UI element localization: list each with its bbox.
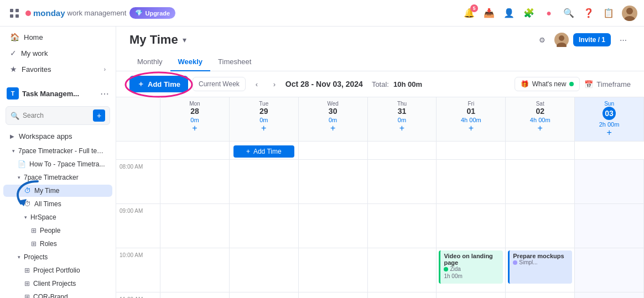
sun-9am xyxy=(575,204,643,248)
logo-text: monday xyxy=(33,8,65,18)
tree-item-roles[interactable]: ⊞ Roles xyxy=(3,238,112,250)
wed-10am xyxy=(299,248,367,292)
template-icon[interactable]: 📋 xyxy=(602,7,615,20)
cal-header-thu: Thu 31 0m + xyxy=(368,97,437,141)
tree-item-how-to[interactable]: 📄 How To - 7pace Timetra... xyxy=(3,158,112,170)
add-time-label: Add Time xyxy=(148,80,180,88)
fri-10am: Video on landing page Zida 1h 00m xyxy=(437,248,505,292)
inbox-icon[interactable]: 📥 xyxy=(482,7,496,20)
time-10am-label: 10:00 AM xyxy=(120,252,143,258)
page-title-dropdown-icon[interactable]: ▾ xyxy=(183,35,186,44)
sidebar-add-button[interactable]: + xyxy=(93,109,105,122)
svg-rect-3 xyxy=(15,14,19,18)
mon-add-btn[interactable]: + xyxy=(165,123,225,133)
event-video-landing[interactable]: Video on landing page Zida 1h 00m xyxy=(439,250,503,284)
search-icon[interactable]: 🔍 xyxy=(562,7,575,20)
sun-num: 03 xyxy=(603,107,616,120)
invite-button[interactable]: Invite / 1 xyxy=(573,33,611,46)
invite-icon[interactable]: 👤 xyxy=(502,7,516,20)
header-avatar[interactable] xyxy=(554,33,569,47)
wed-add-btn[interactable]: + xyxy=(303,123,363,133)
tree-item-my-time[interactable]: ⏱ My Time xyxy=(3,185,112,197)
bell-icon[interactable]: 🔔 5 xyxy=(463,7,476,20)
integrations-icon[interactable]: ● xyxy=(542,7,555,20)
prev-week-button[interactable]: ‹ xyxy=(250,77,263,91)
wed-label: Wed xyxy=(303,101,363,107)
sidebar: 🏠 Home ✓ My work ★ Favorites › T Task Ma… xyxy=(0,27,116,298)
tree-label-hrspace: HrSpace xyxy=(30,213,56,221)
tree-item-project-portfolio[interactable]: ⊞ Project Portfolio xyxy=(3,264,112,276)
thu-time: 0m xyxy=(372,117,432,123)
app-container: monday work management 💎 Upgrade 🔔 5 📥 👤… xyxy=(0,0,644,298)
mon-label: Mon xyxy=(165,101,225,107)
content-area: My Time ▾ ⚙ Invite / 1 ⋯ Monthly Weekly … xyxy=(116,27,644,298)
svg-rect-1 xyxy=(15,9,19,12)
tree-item-cor-brand[interactable]: ⊞ COR-Brand xyxy=(3,291,112,298)
total-label: Total: xyxy=(372,80,389,88)
apps-grid-icon[interactable] xyxy=(7,6,22,21)
tree-item-projects[interactable]: ▾ Projects xyxy=(3,251,112,263)
tree-item-7pace-full[interactable]: ▾ 7pace Timetracker - Full templ... xyxy=(3,145,112,157)
thu-add-btn[interactable]: + xyxy=(372,123,432,133)
more-options-icon[interactable]: ⋯ xyxy=(615,32,631,48)
sat-8am xyxy=(506,160,574,204)
whats-new-button[interactable]: 🎁 What's new xyxy=(515,77,580,91)
tab-timesheet[interactable]: Timesheet xyxy=(210,53,259,71)
tue-num: 29 xyxy=(234,107,294,116)
sidebar-search-icon: 🔍 xyxy=(11,112,19,120)
mon-time: 0m xyxy=(165,117,225,123)
tree-item-hrspace[interactable]: ▾ HrSpace xyxy=(3,211,112,223)
workspace-more-icon[interactable]: ⋯ xyxy=(100,88,109,99)
settings-icon[interactable]: ⚙ xyxy=(534,32,550,48)
thu-11am xyxy=(368,292,437,298)
timeframe-label: Timeframe xyxy=(596,80,631,88)
notification-badge: 5 xyxy=(470,4,478,12)
home-icon: 🏠 xyxy=(10,33,19,41)
help-icon[interactable]: ❓ xyxy=(582,7,595,20)
thu-num: 31 xyxy=(372,107,432,116)
fri-add-btn[interactable]: + xyxy=(441,123,501,133)
collapse-icon-2: ▾ xyxy=(18,175,20,180)
search-input[interactable] xyxy=(23,112,90,119)
next-week-button[interactable]: › xyxy=(268,77,281,91)
wed-num: 30 xyxy=(303,107,363,116)
tree-label-how-to: How To - 7pace Timetra... xyxy=(29,160,105,168)
sat-add-btn[interactable]: + xyxy=(510,123,570,133)
workspace-row[interactable]: T Task Managem... ⋯ xyxy=(0,84,116,103)
sidebar-item-my-work[interactable]: ✓ My work xyxy=(3,45,112,61)
upgrade-button[interactable]: 💎 Upgrade xyxy=(129,7,175,19)
sidebar-item-favorites[interactable]: ★ Favorites › xyxy=(3,61,112,77)
time-slot-11am: 11:00 AM xyxy=(116,292,160,298)
sun-add-btn[interactable]: + xyxy=(579,128,639,138)
tree-label-project-portfolio: Project Portfolio xyxy=(33,266,80,274)
tree-item-7pace-tracker[interactable]: ▾ 7pace Timetracker xyxy=(3,171,112,184)
calendar-body: 08:00 AM 09:00 AM 10:00 AM 11:00 AM 12:0 xyxy=(116,160,644,298)
add-time-inline-button[interactable]: + Add Time xyxy=(233,145,294,158)
sun-10am xyxy=(575,248,643,292)
workspace-label: Task Managem... xyxy=(22,90,97,98)
board-icon-4: ⊞ xyxy=(24,280,30,287)
sidebar-search[interactable]: 🔍 + xyxy=(6,106,110,125)
sidebar-item-home[interactable]: 🏠 Home xyxy=(3,29,112,45)
mon-add-row xyxy=(160,142,230,159)
day-col-tue xyxy=(230,160,299,298)
tue-add-btn[interactable]: + xyxy=(234,123,294,133)
timeframe-button[interactable]: 📅 Timeframe xyxy=(584,80,631,88)
wed-add-row xyxy=(299,142,368,159)
tree-item-people[interactable]: ⊞ People xyxy=(3,224,112,237)
current-week-button[interactable]: Current Week xyxy=(193,77,246,91)
thu-8am xyxy=(368,160,437,204)
tab-monthly[interactable]: Monthly xyxy=(129,53,170,71)
whats-new-label: What's new xyxy=(532,80,567,88)
user-avatar[interactable] xyxy=(622,6,637,21)
sidebar-item-workspace-apps[interactable]: ▶ Workspace apps xyxy=(3,129,112,144)
apps-icon[interactable]: 🧩 xyxy=(522,7,536,20)
tree-label-roles: Roles xyxy=(40,240,57,248)
event-prepare-mockups-sat[interactable]: Prepare mockups Simpl... xyxy=(508,250,572,284)
svg-rect-0 xyxy=(10,9,13,12)
tree-item-all-times[interactable]: ⏱ All Times xyxy=(3,198,112,210)
add-time-button[interactable]: ＋ Add Time xyxy=(129,76,188,92)
tab-weekly[interactable]: Weekly xyxy=(170,53,211,71)
tree-item-client-projects[interactable]: ⊞ Client Projects xyxy=(3,278,112,290)
time-8am-label: 08:00 AM xyxy=(120,164,143,170)
